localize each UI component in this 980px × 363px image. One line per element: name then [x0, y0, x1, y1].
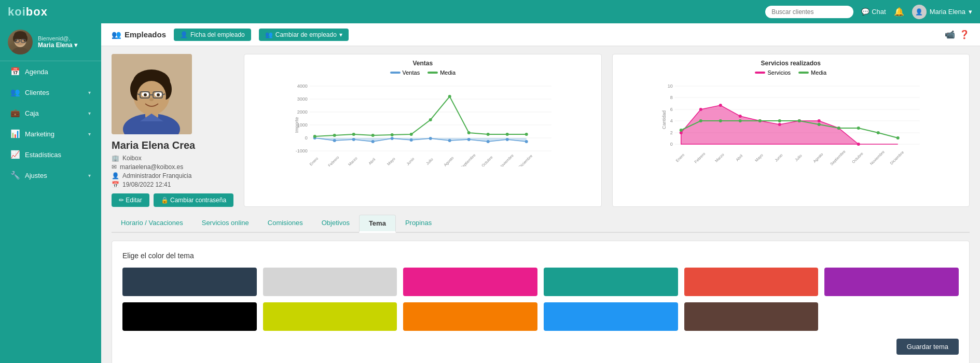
- theme-section-title: Elige el color del tema: [122, 252, 959, 260]
- sidebar-user: Bienvenid@, Maria Elena ▾: [0, 23, 101, 61]
- help-icon[interactable]: ❓: [959, 30, 970, 39]
- marketing-icon: 📊: [10, 129, 20, 138]
- ventas-chart: Ventas Ventas Media: [244, 54, 601, 207]
- svg-point-58: [333, 134, 336, 137]
- video-icon[interactable]: 📹: [945, 30, 955, 39]
- svg-text:Junio: Junio: [774, 153, 783, 163]
- svg-text:10: 10: [667, 83, 672, 89]
- agenda-icon: 📅: [10, 67, 20, 76]
- color-swatch-light-gray[interactable]: [263, 268, 397, 296]
- change-password-button[interactable]: 🔒 Cambiar contraseña: [154, 193, 233, 207]
- logo: koibox: [8, 5, 48, 19]
- svg-point-24: [144, 93, 147, 96]
- svg-text:2: 2: [670, 130, 672, 135]
- svg-point-54: [487, 140, 490, 143]
- chat-button[interactable]: 💬 Chat: [861, 8, 886, 16]
- svg-text:Abril: Abril: [735, 153, 743, 162]
- chevron-down-icon: ▾: [339, 31, 342, 38]
- servicios-color-swatch: [755, 72, 765, 74]
- svg-point-97: [738, 115, 741, 118]
- ventas-color-swatch: [390, 72, 401, 74]
- svg-text:Diciembre: Diciembre: [889, 150, 904, 165]
- edit-button[interactable]: ✏ Editar: [112, 193, 149, 207]
- save-theme-button[interactable]: Guardar tema: [896, 339, 959, 355]
- color-swatch-teal[interactable]: [544, 268, 678, 296]
- color-swatch-purple[interactable]: [824, 268, 959, 296]
- svg-point-67: [506, 133, 509, 136]
- svg-text:Noviembre: Noviembre: [869, 149, 886, 166]
- user-menu[interactable]: 👤 Maria Elena ▾: [912, 5, 972, 19]
- ficha-empleado-button[interactable]: 👤 Ficha del empleado: [174, 29, 251, 41]
- svg-point-110: [797, 119, 800, 122]
- sidebar-item-agenda[interactable]: 📅 Agenda: [0, 61, 101, 82]
- sidebar-item-estadisticas[interactable]: 📈 Estadísticas: [0, 144, 101, 165]
- svg-text:6: 6: [670, 107, 672, 112]
- color-swatch-brown[interactable]: [684, 302, 819, 331]
- svg-point-52: [448, 139, 451, 142]
- svg-point-65: [467, 131, 471, 134]
- tab-objetivos[interactable]: Objetivos: [312, 215, 359, 233]
- svg-point-31: [149, 98, 154, 101]
- secondary-nav: 👥 Empleados 👤 Ficha del empleado 👥 Cambi…: [101, 23, 980, 46]
- chevron-down-icon: ▾: [88, 90, 91, 95]
- color-swatch-empty: [824, 302, 959, 331]
- search-input[interactable]: [765, 6, 853, 18]
- tab-tema[interactable]: Tema: [359, 215, 396, 233]
- svg-point-66: [487, 133, 490, 136]
- employee-info: Maria Elena Crea 🏢 Koibox ✉ mariaelena@k…: [112, 139, 233, 207]
- svg-text:Enero: Enero: [309, 156, 320, 166]
- tab-propinas[interactable]: Propinas: [396, 215, 441, 233]
- svg-point-104: [679, 129, 682, 132]
- color-swatch-red[interactable]: [684, 268, 819, 296]
- color-swatch-dark-navy[interactable]: [122, 268, 257, 296]
- media-color-swatch: [427, 72, 438, 74]
- svg-text:Diciembre: Diciembre: [518, 153, 533, 166]
- ventas-chart-title: Ventas: [250, 60, 596, 67]
- svg-point-106: [719, 119, 722, 122]
- servicios-chart-title: Servicios realizados: [618, 60, 964, 67]
- employee-photo-svg: [112, 54, 192, 134]
- top-nav-right: 💬 Chat 🔔 👤 Maria Elena ▾: [765, 5, 972, 19]
- tab-servicios-online[interactable]: Servicios online: [192, 215, 258, 233]
- svg-text:Cantidad: Cantidad: [661, 110, 666, 129]
- color-swatch-lime[interactable]: [263, 302, 397, 331]
- svg-point-56: [525, 140, 528, 143]
- employee-company: 🏢 Koibox: [112, 155, 233, 162]
- svg-point-63: [429, 118, 432, 121]
- svg-point-53: [467, 138, 471, 141]
- color-swatch-pink[interactable]: [403, 268, 537, 296]
- svg-text:Agosto: Agosto: [443, 156, 455, 166]
- svg-point-101: [817, 119, 820, 122]
- svg-text:Agosto: Agosto: [812, 152, 824, 164]
- cambiar-empleado-button[interactable]: 👥 Cambiar de empleado ▾: [259, 29, 349, 41]
- sidebar-item-ajustes[interactable]: 🔧 Ajustes ▾: [0, 165, 101, 186]
- svg-point-64: [448, 95, 451, 98]
- servicios-media-legend: Media: [798, 69, 826, 76]
- color-swatch-black[interactable]: [122, 302, 257, 331]
- notifications-bell[interactable]: 🔔: [894, 7, 904, 17]
- save-btn-row: Guardar tema: [122, 339, 959, 355]
- svg-text:Septiembre: Septiembre: [459, 152, 476, 166]
- svg-point-96: [719, 104, 722, 107]
- color-swatch-blue[interactable]: [544, 302, 678, 331]
- color-swatch-orange[interactable]: [403, 302, 537, 331]
- sidebar-item-clientes[interactable]: 👥 Clientes ▾: [0, 82, 101, 103]
- sidebar-item-caja[interactable]: 💼 Caja ▾: [0, 103, 101, 123]
- svg-point-57: [313, 135, 316, 138]
- svg-text:Octubre: Octubre: [480, 155, 493, 166]
- top-navbar: koibox 💬 Chat 🔔 👤 Maria Elena ▾: [0, 0, 980, 23]
- user-icon: 👤: [915, 8, 923, 16]
- svg-text:Marzo: Marzo: [714, 152, 725, 163]
- svg-text:Febrero: Febrero: [327, 155, 340, 166]
- clientes-icon: 👥: [10, 88, 20, 97]
- svg-point-55: [506, 138, 509, 141]
- sidebar-item-marketing[interactable]: 📊 Marketing ▾: [0, 123, 101, 144]
- chat-icon: 💬: [861, 8, 869, 16]
- calendar-icon: 📅: [112, 181, 119, 188]
- svg-point-1: [11, 47, 30, 54]
- tab-comisiones[interactable]: Comisiones: [258, 215, 312, 233]
- role-icon: 👤: [112, 172, 119, 179]
- ventas-legend-ventas: Ventas: [390, 69, 420, 76]
- tab-horario[interactable]: Horario / Vacaciones: [112, 215, 192, 233]
- sidebar-user-text: Bienvenid@, Maria Elena ▾: [38, 35, 77, 49]
